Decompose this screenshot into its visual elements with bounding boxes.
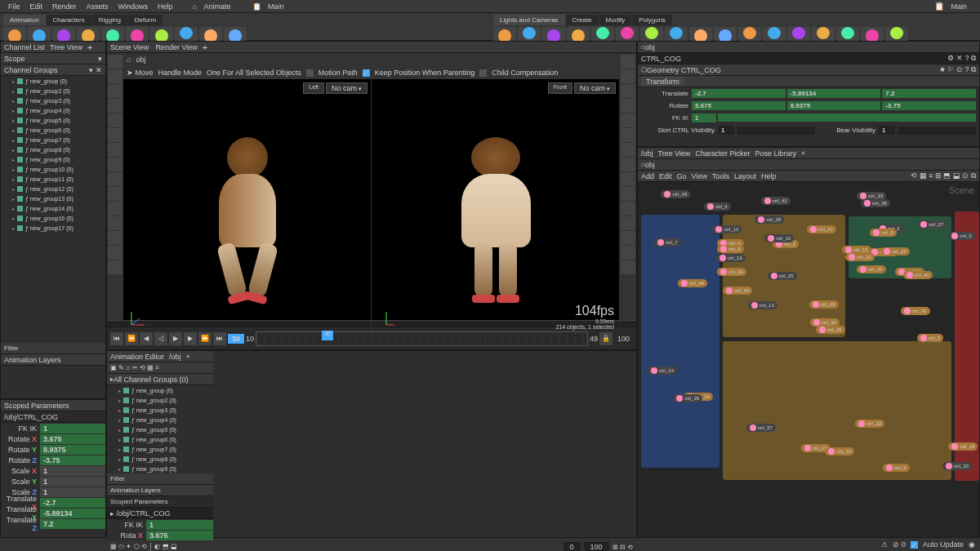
viewport-path-bar[interactable]: ⌂obj (123, 53, 620, 66)
add-tab-icon[interactable]: + (203, 42, 207, 52)
channel-group-item[interactable]: ƒ new_group7 (0) (1, 135, 105, 144)
current-frame[interactable]: 30 (228, 334, 244, 344)
channel-group-item[interactable]: ƒ new_group13 (0) (1, 193, 105, 203)
graph-scoped-path[interactable]: ▸ /obj/CTRL_COG (110, 509, 171, 518)
channel-group-item[interactable]: ƒ new_group5 (0) (1, 115, 105, 125)
auto-update-check[interactable]: ✓ (911, 541, 918, 549)
desktop-selector[interactable]: ⌂ Animate (188, 2, 241, 11)
rx[interactable]: 3.675 (692, 101, 786, 110)
shelf-tab-lights[interactable]: Lights and Cameras (493, 15, 565, 25)
play-back-icon[interactable]: ◁ (154, 332, 167, 345)
tool-rotate[interactable] (108, 84, 122, 98)
rig-node[interactable]: ctrl_7 (654, 238, 681, 247)
tab-anim-editor[interactable]: Animation Editor (110, 353, 164, 361)
rig-node[interactable]: ctrl_28 (755, 216, 784, 224)
viewport-right[interactable]: Front No cam ▾ 104fps 9.59ms (372, 79, 620, 333)
rig-node[interactable]: ctrl_16 (716, 254, 746, 262)
scope-button[interactable]: Scope (4, 55, 25, 63)
scoped-param-row[interactable]: Scale Y1 (1, 476, 105, 487)
tool-select[interactable] (108, 55, 122, 69)
shelf-tab-characters[interactable]: Characters (47, 15, 91, 25)
ng-help[interactable]: Help (761, 172, 777, 180)
rig-node[interactable]: ctrl_42 (761, 197, 791, 205)
rig-node[interactable]: ctrl_38 (861, 199, 890, 207)
transform-tab[interactable]: Transform (641, 77, 684, 87)
menu-help[interactable]: Help (153, 2, 178, 11)
graph-cg-item[interactable]: ƒ new_group7 (0) (107, 444, 213, 454)
channel-group-item[interactable]: ƒ new_group2 (0) (1, 86, 105, 96)
rig-node[interactable]: ctrl_4 (704, 202, 731, 211)
region-hands[interactable] (723, 341, 951, 480)
rig-node[interactable]: ctrl_39 (816, 326, 845, 334)
rig-node[interactable]: ctrl_34 (723, 287, 752, 295)
tab-render-view[interactable]: Render View (155, 43, 197, 51)
ng-tab-poselib[interactable]: Pose Library (755, 149, 797, 158)
graph-anim-layers[interactable]: Animation Layers (107, 485, 213, 496)
shelf-tab-animation[interactable]: Animation (3, 15, 46, 25)
tool-scale[interactable] (108, 99, 122, 113)
timeline-ruler[interactable]: 30 (256, 331, 588, 346)
rig-node[interactable]: ctrl_12 (712, 225, 742, 233)
menu-render[interactable]: Render (47, 2, 82, 11)
menu-assets[interactable]: Assets (82, 2, 114, 11)
shelf-tab-polygons[interactable]: Polygons (632, 15, 672, 25)
rig-node[interactable]: ctrl_18 (948, 442, 978, 451)
range-start[interactable]: 10 (246, 335, 254, 343)
rig-node[interactable]: ctrl_26 (809, 300, 839, 309)
ng-go[interactable]: Go (677, 172, 687, 180)
graph-display-toolbar[interactable]: ▦ ⬭ ✦ ⬡ ⟲ │ ◐ ⬒ ⬓ 0100 ⊞ ⊟ ⟲ (107, 540, 636, 551)
scoped-path[interactable]: /obj/CTRL_COG (4, 413, 58, 421)
rig-node[interactable]: ctrl_35 (768, 272, 797, 280)
graph-cg-item[interactable]: ƒ new_group3 (0) (107, 405, 213, 415)
right-tool-strip[interactable] (620, 53, 636, 320)
region-left[interactable] (955, 211, 979, 481)
scoped-param-row[interactable]: Rotate Y8.9375 (1, 444, 105, 455)
rig-node[interactable]: ctrl_23 (880, 247, 910, 256)
rig-node[interactable]: ctrl_22 (855, 420, 884, 428)
channel-group-item[interactable]: ƒ new_group4 (0) (1, 105, 105, 115)
menu-edit[interactable]: Edit (25, 2, 48, 11)
range-lock-icon[interactable]: 🔒 (599, 332, 612, 345)
graph-cg-item[interactable]: ƒ new_group (0) (107, 385, 213, 395)
ng-path[interactable]: obj (645, 161, 655, 169)
ry[interactable]: 8.9375 (787, 101, 881, 110)
rig-node[interactable]: ctrl_20 (942, 462, 972, 470)
tab-tree-view[interactable]: Tree View (50, 43, 82, 51)
rig-node[interactable]: ctrl_13 (748, 301, 777, 309)
rig-node[interactable]: ctrl_37 (746, 424, 776, 432)
graph-cg-item[interactable]: ƒ new_group5 (0) (107, 424, 213, 434)
cook-icon[interactable]: ◉ (969, 540, 975, 549)
graph-cg-item[interactable]: ƒ new_group2 (0) (107, 395, 213, 405)
tool-move[interactable] (108, 69, 122, 83)
graph-cg-item[interactable]: ƒ new_group4 (0) (107, 415, 213, 424)
viewport-left[interactable]: Left No cam ▾ (123, 79, 372, 333)
bear-val[interactable]: 1 (879, 126, 895, 135)
tab-scene-view[interactable]: Scene View (110, 43, 149, 51)
channel-group-item[interactable]: ƒ new_group10 (0) (1, 164, 105, 174)
last-frame-icon[interactable]: ⏭ (213, 332, 226, 345)
filter-row[interactable]: Filter (1, 343, 105, 354)
rig-node[interactable]: ctrl_3 (917, 334, 944, 342)
rig-node[interactable]: ctrl_31 (825, 447, 854, 455)
region-right-arm[interactable] (641, 215, 719, 468)
bear-slider[interactable] (898, 127, 976, 135)
rig-node[interactable]: ctrl_36 (717, 268, 746, 276)
rig-node[interactable]: ctrl_29 (673, 394, 702, 402)
graph-cg-item[interactable]: ƒ new_group6 (0) (107, 434, 213, 444)
ng-tab-picker[interactable]: Character Picker (696, 149, 751, 158)
animation-layers-header[interactable]: Animation Layers (1, 354, 105, 366)
opt-all-selected[interactable]: One For All Selected Objects (207, 69, 301, 77)
channel-group-item[interactable]: ƒ new_group6 (0) (1, 125, 105, 135)
add-tab-icon[interactable]: + (87, 42, 92, 52)
range-end[interactable]: 49 (590, 335, 598, 343)
skirt-slider[interactable] (737, 127, 815, 135)
left-tool-strip[interactable] (107, 53, 123, 320)
rig-node[interactable]: ctrl_27 (917, 220, 947, 229)
fkik-val[interactable]: 1 (692, 113, 716, 122)
channel-group-item[interactable]: ƒ new_group (0) (1, 76, 105, 86)
rig-node[interactable]: ctrl_25 (857, 265, 886, 273)
shelf-tab-deform[interactable]: Deform (128, 15, 163, 25)
graph-toolbar-icons[interactable]: ▣ ✎ ⌂ ✂ ⟲ ▦ ≡ (107, 362, 213, 374)
graph-cg-item[interactable]: ƒ new_group9 (0) (107, 464, 213, 473)
channel-group-item[interactable]: ƒ new_group3 (0) (1, 96, 105, 105)
